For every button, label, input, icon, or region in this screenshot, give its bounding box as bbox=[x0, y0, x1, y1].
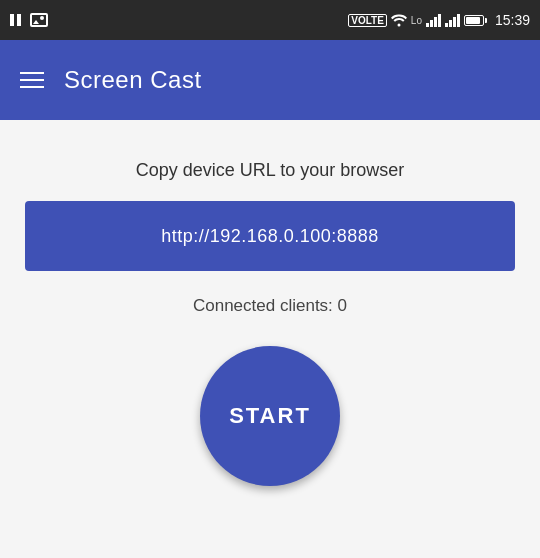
start-label: START bbox=[229, 403, 311, 429]
image-icon bbox=[30, 13, 48, 27]
status-bar-left bbox=[10, 13, 48, 27]
start-button[interactable]: START bbox=[200, 346, 340, 486]
battery-icon bbox=[464, 15, 487, 26]
time-display: 15:39 bbox=[495, 12, 530, 28]
app-title: Screen Cast bbox=[64, 66, 202, 94]
wifi-icon bbox=[391, 13, 407, 27]
signal-bars-2 bbox=[445, 13, 460, 27]
app-bar: Screen Cast bbox=[0, 40, 540, 120]
hamburger-menu-icon[interactable] bbox=[20, 72, 44, 88]
pause-icon bbox=[10, 13, 24, 27]
url-box[interactable]: http://192.168.0.100:8888 bbox=[25, 201, 515, 271]
volte-badge: VOLTE bbox=[348, 14, 387, 27]
status-bar-right: VOLTE Lo 15:39 bbox=[348, 12, 530, 28]
signal-bars-1 bbox=[426, 13, 441, 27]
lo-icon: Lo bbox=[411, 15, 422, 26]
connected-clients-text: Connected clients: 0 bbox=[193, 296, 347, 316]
status-bar: VOLTE Lo 15:39 bbox=[0, 0, 540, 40]
url-text: http://192.168.0.100:8888 bbox=[161, 226, 379, 247]
copy-url-label: Copy device URL to your browser bbox=[136, 160, 404, 181]
main-content: Copy device URL to your browser http://1… bbox=[0, 120, 540, 558]
